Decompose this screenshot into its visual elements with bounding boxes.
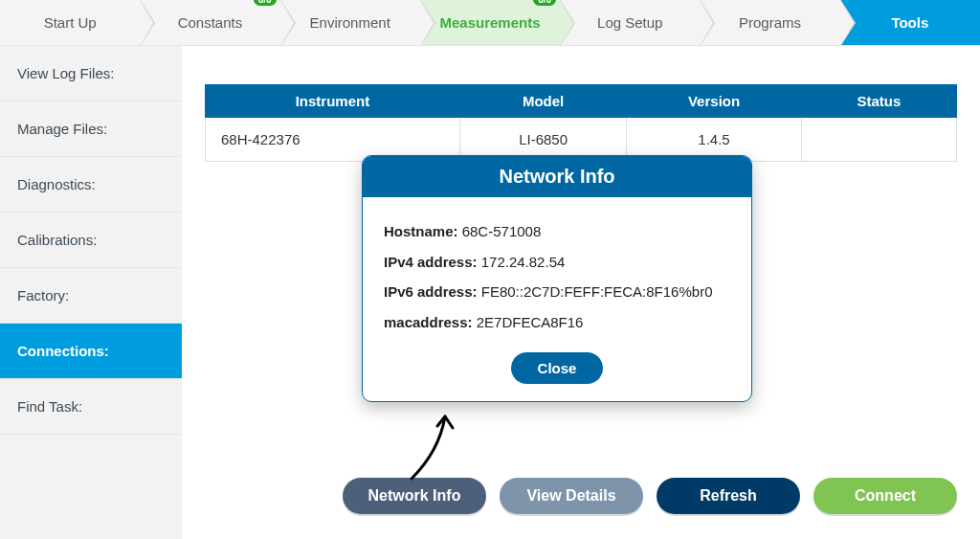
badge-measurements: 0/0 — [533, 0, 556, 6]
ipv4-label: IPv4 address: — [384, 254, 478, 270]
breadcrumb-nav: Start Up Constants 0/0 Environment Measu… — [0, 0, 980, 46]
badge-constants: 0/0 — [254, 0, 277, 6]
crumb-label: Log Setup — [597, 14, 662, 31]
action-button-row: Network Info View Details Refresh Connec… — [343, 478, 957, 514]
crumb-label: Start Up — [44, 14, 97, 31]
sidebar-item-calibrations[interactable]: Calibrations: — [0, 213, 182, 268]
ipv6-label: IPv6 address: — [384, 283, 478, 300]
sidebar: View Log Files: Manage Files: Diagnostic… — [0, 46, 182, 539]
modal-body: Hostname: 68C-571008 IPv4 address: 172.2… — [363, 197, 751, 347]
instrument-table: Instrument Model Version Status 68H-4223… — [205, 84, 957, 162]
sidebar-item-find-task[interactable]: Find Task: — [0, 379, 182, 435]
modal-close-button[interactable]: Close — [511, 352, 604, 384]
modal-title: Network Info — [363, 156, 751, 197]
crumb-label: Measurements — [439, 14, 540, 31]
crumb-log-setup[interactable]: Log Setup — [560, 0, 700, 45]
sidebar-item-diagnostics[interactable]: Diagnostics: — [0, 157, 182, 213]
ipv6-value: FE80::2C7D:FEFF:FECA:8F16%br0 — [481, 283, 713, 300]
crumb-measurements[interactable]: Measurements 0/0 — [420, 0, 560, 45]
mac-label: macaddress: — [384, 314, 473, 330]
mac-value: 2E7DFECA8F16 — [477, 314, 584, 330]
ipv4-value: 172.24.82.54 — [481, 254, 566, 270]
network-info-button[interactable]: Network Info — [343, 478, 486, 514]
th-version: Version — [627, 85, 801, 118]
crumb-programs[interactable]: Programs — [700, 0, 839, 45]
hostname-label: Hostname: — [384, 223, 458, 239]
crumb-constants[interactable]: Constants 0/0 — [140, 0, 279, 45]
crumb-label: Constants — [178, 14, 243, 31]
hostname-value: 68C-571008 — [462, 223, 542, 239]
sidebar-item-connections[interactable]: Connections: — [0, 324, 182, 379]
crumb-start-up[interactable]: Start Up — [0, 0, 140, 45]
crumb-label: Tools — [891, 14, 928, 31]
connect-button[interactable]: Connect — [813, 478, 957, 514]
th-model: Model — [459, 85, 626, 118]
crumb-environment[interactable]: Environment — [280, 0, 420, 45]
th-status: Status — [801, 85, 956, 118]
sidebar-item-factory[interactable]: Factory: — [0, 268, 182, 324]
sidebar-item-view-log-files[interactable]: View Log Files: — [0, 46, 182, 101]
refresh-button[interactable]: Refresh — [657, 478, 800, 514]
view-details-button[interactable]: View Details — [500, 478, 643, 514]
sidebar-item-manage-files[interactable]: Manage Files: — [0, 101, 182, 157]
cell-status — [801, 118, 956, 162]
crumb-label: Programs — [739, 14, 801, 31]
crumb-tools[interactable]: Tools — [840, 0, 980, 45]
network-info-modal: Network Info Hostname: 68C-571008 IPv4 a… — [362, 155, 752, 402]
crumb-label: Environment — [310, 14, 390, 31]
th-instrument: Instrument — [206, 85, 460, 118]
